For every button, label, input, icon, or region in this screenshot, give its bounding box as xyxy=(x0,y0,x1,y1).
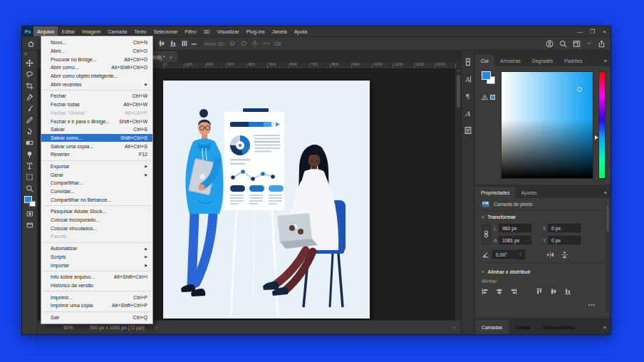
zoom-tool[interactable] xyxy=(24,182,36,194)
file-menu-item-abrir-recentes[interactable]: Abrir recentes▶ xyxy=(41,80,152,88)
scroll-up-icon[interactable]: ˄ xyxy=(606,200,610,204)
file-menu-item-fechar-outros-[interactable]: Fechar "Outros"Alt+Ctrl+P xyxy=(41,109,152,118)
tab-propriedades[interactable]: Propriedades xyxy=(475,187,515,198)
file-menu-item-importar[interactable]: Importar▶ xyxy=(41,261,152,269)
properties-scrollbar[interactable]: ˄ ˅ xyxy=(606,200,610,316)
mixer-brush-tool[interactable] xyxy=(24,125,36,137)
chevron-down-icon[interactable] xyxy=(586,41,592,46)
panel-menu-icon[interactable]: ≡ xyxy=(604,58,607,63)
align-middle-v-icon[interactable] xyxy=(158,40,165,47)
zoom-level-field[interactable]: 50% xyxy=(38,325,82,330)
x-field[interactable]: 0 px xyxy=(548,224,581,232)
flip-vertical-icon[interactable] xyxy=(561,251,568,259)
color-field-marker[interactable] xyxy=(577,87,582,92)
scrollbar-thumb[interactable] xyxy=(457,75,460,108)
lasso-tool[interactable] xyxy=(24,68,36,80)
menu-imagem[interactable]: Imagem xyxy=(78,26,104,36)
collapse-section-icon[interactable]: ˅ xyxy=(482,270,484,274)
menu-editar[interactable]: Editar xyxy=(58,26,78,36)
file-menu-item-fechar-e-ir-para-o-bridge-[interactable]: Fechar e ir para o Bridge...Shift+Ctrl+W xyxy=(41,117,152,125)
gamut-swatch[interactable] xyxy=(490,95,495,100)
file-menu-item-pesquisar-adobe-stock-[interactable]: Pesquisar Adobe Stock... xyxy=(41,207,152,216)
file-menu-item-fechar[interactable]: FecharCtrl+W xyxy=(41,92,152,100)
file-menu-item-colocar-incorporado-[interactable]: Colocar incorporado... xyxy=(41,216,152,224)
brush-tool[interactable] xyxy=(24,103,36,114)
minimize-button[interactable]: — xyxy=(574,26,586,36)
menu-visualizar[interactable]: Visualizar xyxy=(214,26,243,36)
frame-tool[interactable] xyxy=(24,171,36,182)
tab-demarcadores[interactable]: Demarcadores xyxy=(536,320,581,334)
collapse-section-icon[interactable]: ˅ xyxy=(482,215,484,219)
eyedropper-tool[interactable] xyxy=(24,91,36,103)
artboard[interactable] xyxy=(163,81,370,319)
align-justify-v-icon[interactable] xyxy=(181,40,188,47)
align-more-button[interactable]: ••• xyxy=(482,302,604,307)
tab-ajustes[interactable]: Ajustes xyxy=(515,187,542,198)
menu-3d[interactable]: 3D xyxy=(199,26,213,36)
search-icon[interactable] xyxy=(559,40,567,48)
paragraph-panel-icon[interactable]: ¶ xyxy=(462,91,474,102)
file-menu-item-scripts[interactable]: Scripts▶ xyxy=(41,253,152,262)
quick-mask-icon[interactable] xyxy=(24,208,36,219)
character-panel-icon[interactable]: A xyxy=(462,74,474,85)
file-menu-item-salvar[interactable]: SalvarCtrl+S xyxy=(41,125,152,134)
panel-foreground-swatch[interactable] xyxy=(482,71,491,80)
file-menu-item-abrir-[interactable]: Abrir...Ctrl+O xyxy=(41,47,152,56)
file-menu-item-colocar-vinculados-[interactable]: Colocar vinculados... xyxy=(41,224,152,232)
align-left-icon[interactable] xyxy=(482,288,489,295)
align-right-icon[interactable] xyxy=(510,288,517,295)
y-field[interactable]: 0 px xyxy=(548,236,581,244)
menu-texto[interactable]: Texto xyxy=(130,26,150,36)
rotation-angle-field[interactable]: 0,00° xyxy=(492,250,516,259)
align-center-h-icon[interactable] xyxy=(496,288,503,295)
tab-close-icon[interactable]: × xyxy=(170,54,172,61)
dodge-tool[interactable] xyxy=(24,148,36,160)
file-menu-item-novo-[interactable]: Novo...Ctrl+N xyxy=(41,38,152,47)
file-menu-item-automatizar[interactable]: Automatizar▶ xyxy=(41,244,152,253)
file-menu-item-info-sobre-arquivo-[interactable]: Info sobre arquivo...Alt+Shift+Ctrl+I xyxy=(41,273,152,281)
tab-cor[interactable]: Cor xyxy=(475,55,494,66)
pencil-tool[interactable] xyxy=(24,114,36,125)
menu-ajuda[interactable]: Ajuda xyxy=(291,26,311,36)
file-menu-item-abrir-como-objeto-inteligente-[interactable]: Abrir como objeto inteligente... xyxy=(41,72,152,81)
menu-arquivo[interactable]: Arquivo xyxy=(33,26,58,36)
tab-amostras[interactable]: Amostras xyxy=(494,55,526,66)
file-menu-item-reverter[interactable]: ReverterF12 xyxy=(41,150,152,159)
file-menu-item-sair[interactable]: SairCtrl+Q xyxy=(41,314,152,322)
align-top-icon[interactable] xyxy=(536,288,543,295)
menu-janela[interactable]: Janela xyxy=(269,26,291,36)
gradient-tool[interactable] xyxy=(24,137,36,148)
menu-camada[interactable]: Camada xyxy=(104,26,130,36)
file-menu-item-abrir-como-[interactable]: Abrir como...Alt+Shift+Ctrl+O xyxy=(41,63,152,72)
file-menu-item-salvar-como-[interactable]: Salvar como...Shift+Ctrl+S xyxy=(41,134,152,143)
tab-camadas[interactable]: Camadas xyxy=(475,320,509,334)
home-icon[interactable] xyxy=(27,40,35,48)
collapse-tools-button[interactable]: « xyxy=(22,51,29,57)
hue-slider[interactable] xyxy=(598,71,606,179)
scroll-down-icon[interactable]: ˅ xyxy=(606,312,610,316)
angle-dropdown-icon[interactable]: ˅ xyxy=(516,249,525,259)
file-menu-item-convidar-[interactable]: Convidar... xyxy=(41,187,152,196)
panel-menu-icon[interactable]: ≡ xyxy=(603,325,606,330)
scrollbar-thumb[interactable] xyxy=(606,205,609,232)
status-flyout-arrow[interactable]: › xyxy=(152,325,162,330)
canvas-vertical-scrollbar[interactable]: ˄ xyxy=(455,69,461,320)
color-guide-panel-icon[interactable] xyxy=(462,57,474,68)
tab-canais[interactable]: Canais xyxy=(509,320,536,334)
file-menu-item-exportar[interactable]: Exportar▶ xyxy=(41,162,152,171)
tab-padr-es[interactable]: Padrões xyxy=(559,55,588,66)
hue-slider-pointer[interactable] xyxy=(595,135,598,140)
close-button[interactable]: × xyxy=(598,26,611,36)
file-menu-item-procurar-no-bridge-[interactable]: Procurar no Bridge...Alt+Ctrl+O xyxy=(41,55,152,63)
file-menu-item-salvar-uma-c-pia-[interactable]: Salvar uma cópia...Alt+Ctrl+S xyxy=(41,142,152,150)
flip-horizontal-icon[interactable] xyxy=(546,251,554,259)
more-options-button[interactable]: ••• xyxy=(192,41,197,46)
menu-selecionar[interactable]: Selecionar xyxy=(150,26,181,36)
file-menu-item-imprimir-uma-c-pia[interactable]: Imprimir uma cópiaAlt+Shift+Ctrl+P xyxy=(41,301,152,310)
tab-degrad-s[interactable]: Degradês xyxy=(526,55,559,66)
glyphs-panel-icon[interactable]: A xyxy=(462,108,474,119)
gamut-warning-icon[interactable] xyxy=(482,94,488,100)
menu-filtro[interactable]: Filtro xyxy=(181,26,199,36)
align-bottom-icon[interactable] xyxy=(170,40,177,47)
restore-button[interactable]: ❐ xyxy=(586,26,598,36)
